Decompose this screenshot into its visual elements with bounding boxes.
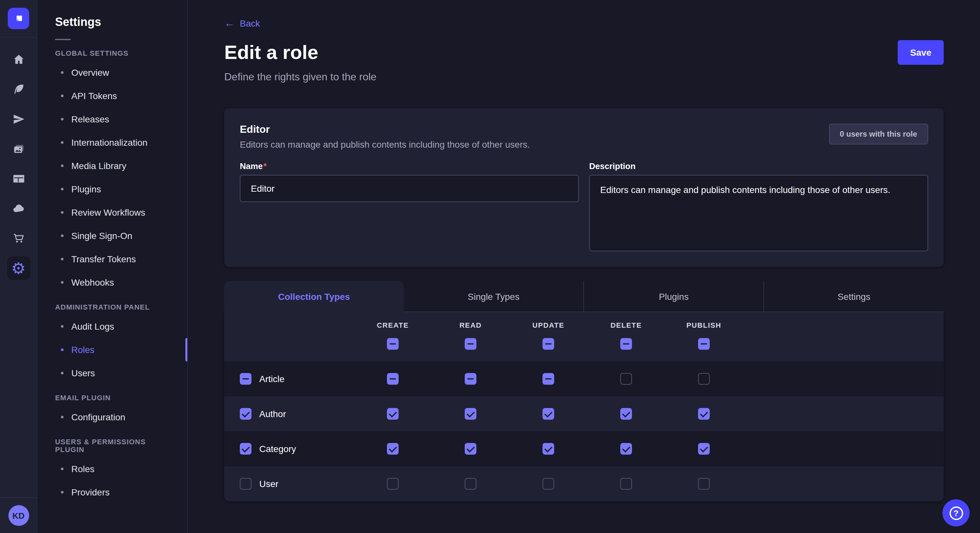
row-checkbox-author[interactable]	[240, 408, 251, 420]
article-delete-checkbox[interactable]	[620, 373, 632, 385]
role-name-heading: Editor	[240, 124, 530, 135]
sidebar-item-overview[interactable]: Overview	[38, 61, 187, 84]
section-email-plugin: EMAIL PLUGIN Configuration	[38, 394, 187, 429]
sidebar-item-single-sign-on[interactable]: Single Sign-On	[38, 224, 187, 247]
back-link[interactable]: ← Back	[224, 18, 260, 29]
category-read-checkbox[interactable]	[465, 443, 476, 455]
author-create-checkbox[interactable]	[387, 408, 399, 420]
sidebar-item-configuration[interactable]: Configuration	[38, 405, 187, 429]
user-avatar[interactable]: KD	[8, 505, 29, 526]
select-all-publish-checkbox[interactable]	[698, 338, 710, 350]
tab-collection-types[interactable]: Collection Types	[224, 281, 404, 312]
row-label[interactable]: Category	[259, 444, 296, 454]
article-update-checkbox[interactable]	[542, 373, 554, 385]
sidebar-item-transfer-tokens[interactable]: Transfer Tokens	[38, 247, 187, 271]
bullet-icon	[61, 188, 64, 190]
article-publish-checkbox[interactable]	[698, 373, 710, 385]
rail-item-media-library[interactable]	[7, 137, 30, 160]
rail-item-settings[interactable]: ⚙	[7, 257, 30, 280]
column-header-create: CREATE	[377, 321, 409, 329]
rail-item-marketplace[interactable]	[7, 227, 30, 250]
article-read-checkbox[interactable]	[465, 373, 476, 385]
page-subtitle: Define the rights given to the role	[224, 71, 944, 83]
category-delete-checkbox[interactable]	[620, 443, 632, 455]
section-label: EMAIL PLUGIN	[38, 394, 187, 401]
tab-settings[interactable]: Settings	[764, 281, 944, 312]
permissions-section: Collection Types Single Types Plugins Se…	[224, 281, 944, 501]
role-description-textarea[interactable]: Editors can manage and publish contents …	[589, 175, 928, 251]
sidebar-item-plugins[interactable]: Plugins	[38, 178, 187, 201]
author-delete-checkbox[interactable]	[620, 408, 632, 420]
sidebar-item-media-library[interactable]: Media Library	[38, 154, 187, 178]
select-all-create-checkbox[interactable]	[387, 338, 399, 350]
column-header-update: UPDATE	[533, 321, 564, 329]
sidebar-item-roles-admin[interactable]: Roles	[38, 338, 187, 362]
bullet-icon	[61, 118, 64, 121]
rail-item-home[interactable]	[7, 48, 30, 71]
permissions-table: CREATE READ UPDATE DELETE	[224, 312, 944, 501]
select-all-read-checkbox[interactable]	[465, 338, 476, 350]
rail-item-content-type-builder[interactable]	[7, 167, 30, 190]
user-publish-checkbox[interactable]	[698, 478, 710, 490]
user-create-checkbox[interactable]	[387, 478, 399, 490]
select-all-update-checkbox[interactable]	[542, 338, 554, 350]
feather-icon	[12, 83, 25, 96]
role-details-card: Editor Editors can manage and publish co…	[224, 108, 944, 267]
sidebar-item-webhooks[interactable]: Webhooks	[38, 271, 187, 294]
tab-plugins[interactable]: Plugins	[583, 281, 764, 312]
bullet-icon	[61, 141, 64, 144]
row-checkbox-category[interactable]	[240, 443, 251, 455]
sidebar-item-api-tokens[interactable]: API Tokens	[38, 84, 187, 108]
back-label[interactable]: Back	[240, 18, 260, 29]
author-update-checkbox[interactable]	[542, 408, 554, 420]
row-checkbox-user[interactable]	[240, 478, 251, 490]
rail-item-content-manager[interactable]	[7, 78, 30, 101]
sidebar-item-providers[interactable]: Providers	[38, 481, 187, 504]
select-all-delete-checkbox[interactable]	[620, 338, 632, 350]
column-header-publish: PUBLISH	[686, 321, 721, 329]
user-read-checkbox[interactable]	[465, 478, 476, 490]
question-mark-icon: ?	[949, 506, 963, 520]
category-publish-checkbox[interactable]	[698, 443, 710, 455]
author-read-checkbox[interactable]	[465, 408, 476, 420]
section-administration-panel: ADMINISTRATION PANEL Audit Logs Roles Us…	[38, 303, 187, 385]
role-name-input[interactable]	[240, 175, 579, 202]
bullet-icon	[61, 95, 64, 97]
tab-single-types[interactable]: Single Types	[404, 281, 583, 312]
rail-item-cloud[interactable]	[7, 197, 30, 220]
user-delete-checkbox[interactable]	[620, 478, 632, 490]
bullet-icon	[61, 468, 64, 470]
author-publish-checkbox[interactable]	[698, 408, 710, 420]
sidebar-item-roles-up[interactable]: Roles	[38, 457, 187, 481]
settings-subnav: Settings GLOBAL SETTINGS Overview API To…	[38, 0, 188, 533]
article-create-checkbox[interactable]	[387, 373, 399, 385]
strapi-logo-icon	[13, 13, 24, 24]
user-update-checkbox[interactable]	[542, 478, 554, 490]
strapi-logo[interactable]	[8, 8, 29, 29]
sidebar-item-users[interactable]: Users	[38, 362, 187, 385]
rail-icon-list: ⚙	[0, 38, 37, 280]
section-label: ADMINISTRATION PANEL	[38, 303, 187, 311]
help-button[interactable]: ?	[942, 499, 970, 527]
settings-title: Settings	[55, 16, 172, 29]
permission-row-article: Article	[224, 362, 944, 397]
column-header-delete: DELETE	[611, 321, 642, 329]
sidebar-item-review-workflows[interactable]: Review Workflows	[38, 201, 187, 224]
rail-item-deploy[interactable]	[7, 108, 30, 131]
category-update-checkbox[interactable]	[542, 443, 554, 455]
sidebar-item-releases[interactable]: Releases	[38, 108, 187, 131]
permission-row-category: Category	[224, 431, 944, 466]
row-label[interactable]: Article	[259, 374, 285, 384]
row-label[interactable]: User	[259, 479, 278, 489]
permissions-tabs: Collection Types Single Types Plugins Se…	[224, 281, 944, 312]
bullet-icon	[61, 348, 64, 351]
users-with-role-badge[interactable]: 0 users with this role	[829, 124, 928, 144]
save-button[interactable]: Save	[898, 40, 944, 65]
sidebar-item-internationalization[interactable]: Internationalization	[38, 131, 187, 154]
row-checkbox-article[interactable]	[240, 373, 251, 385]
bullet-icon	[61, 258, 64, 260]
row-label[interactable]: Author	[259, 409, 286, 419]
bullet-icon	[61, 491, 64, 493]
category-create-checkbox[interactable]	[387, 443, 399, 455]
sidebar-item-audit-logs[interactable]: Audit Logs	[38, 315, 187, 338]
